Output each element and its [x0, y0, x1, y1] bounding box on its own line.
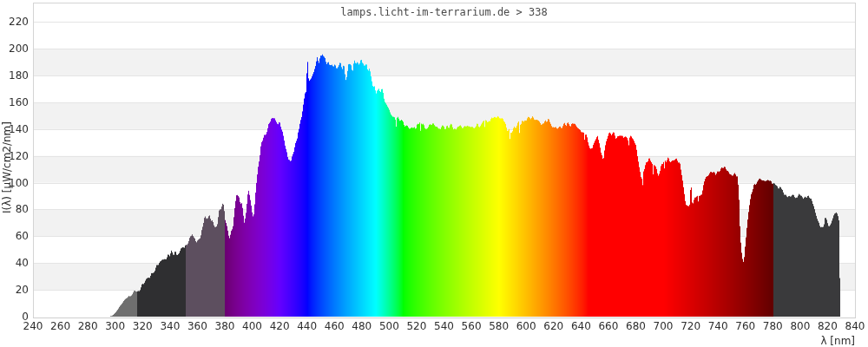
y-tick-label: 20 [3, 285, 29, 295]
y-tick-label: 200 [3, 43, 29, 54]
y-tick-label: 100 [3, 178, 29, 188]
y-tick-label: 220 [3, 16, 29, 27]
y-tick-label: 40 [3, 258, 29, 268]
spectrum-plot-canvas [0, 0, 868, 347]
y-tick-label: 80 [3, 204, 29, 214]
chart-title: lamps.licht-im-terrarium.de > 338 [33, 6, 855, 18]
y-tick-label: 120 [3, 151, 29, 161]
y-tick-label: 180 [3, 70, 29, 81]
y-tick-label: 60 [3, 231, 29, 241]
spectrum-chart: lamps.licht-im-terrarium.de > 338 I(λ) [… [0, 0, 868, 347]
x-tick-label: 840 [838, 321, 868, 331]
x-axis-label: λ [nm] [820, 335, 855, 347]
y-tick-label: 160 [3, 97, 29, 108]
y-tick-label: 140 [3, 124, 29, 134]
